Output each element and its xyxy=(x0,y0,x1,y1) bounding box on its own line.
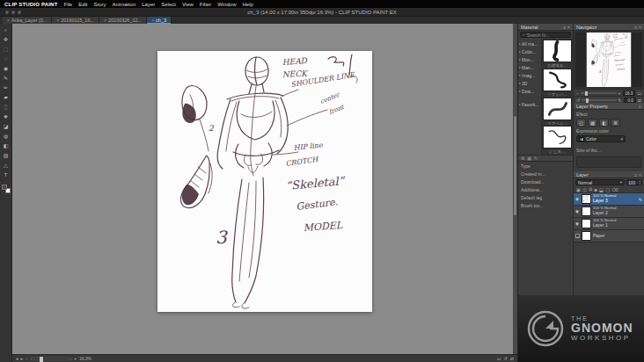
blend-mode-select[interactable]: Normal ▾ xyxy=(575,179,625,185)
menu-window[interactable]: Window xyxy=(217,2,236,7)
layer-property-panel-header[interactable]: Layer Property ≡ xyxy=(574,103,644,110)
material-item[interactable] xyxy=(543,69,572,91)
close-icon[interactable]: × xyxy=(151,18,154,23)
pen-tool[interactable]: ✎ xyxy=(2,75,10,82)
tree-item-image[interactable]: ▸Imag... xyxy=(518,71,541,79)
new-folder-icon[interactable]: ◫ xyxy=(582,187,587,192)
layer-row-paper[interactable]: ✓ Paper xyxy=(574,230,644,243)
material-item[interactable] xyxy=(543,98,572,120)
menu-filter[interactable]: Filter xyxy=(200,2,211,7)
filter-additional[interactable]: Additiona... xyxy=(521,187,570,192)
zoom-out-icon[interactable]: − xyxy=(26,356,28,361)
lasso-tool[interactable]: ◌ xyxy=(2,55,10,62)
eyedropper-tool[interactable]: ◉ xyxy=(2,65,10,72)
delete-layer-icon[interactable]: ⌫ xyxy=(612,187,618,192)
canvas-page[interactable] xyxy=(157,51,372,312)
fit-icon[interactable]: ▭ xyxy=(637,90,641,96)
material-item[interactable] xyxy=(543,126,572,148)
document-tab[interactable]: × 20160115_16... xyxy=(52,17,99,24)
tree-item-color[interactable]: ▸Color... xyxy=(518,47,541,55)
material-item[interactable] xyxy=(543,40,572,62)
selection-tool[interactable]: ⬚ xyxy=(2,46,10,53)
fit-view-icon[interactable]: ▭ xyxy=(497,356,501,361)
decoration-tool[interactable]: ❖ xyxy=(2,113,10,120)
figure-tool[interactable]: △ xyxy=(2,162,10,169)
menu-edit[interactable]: Edit xyxy=(78,2,87,7)
navigator-panel-header[interactable]: Navigator ≡ × xyxy=(574,24,644,31)
zoom-out-icon[interactable]: − xyxy=(576,90,579,96)
menu-view[interactable]: View xyxy=(182,2,194,7)
document-tab[interactable]: × Arika_Layer (0... xyxy=(3,17,52,24)
visibility-eye-icon[interactable]: ◉ xyxy=(575,197,580,201)
filter-type[interactable]: Type xyxy=(521,163,570,169)
tree-item-3d[interactable]: ▸3D xyxy=(518,79,541,87)
rotate-left-icon[interactable]: ↺ xyxy=(576,98,580,103)
paper-checkbox[interactable]: ✓ xyxy=(575,234,580,238)
panel-menu-icon[interactable]: ≡ xyxy=(563,25,566,30)
text-tool[interactable]: T xyxy=(2,171,10,178)
gradient-tool[interactable]: ▨ xyxy=(2,152,10,159)
document-tab-active[interactable]: × ch_3 xyxy=(147,17,172,24)
tone-effect-icon[interactable]: ▦ xyxy=(588,119,597,127)
layer-row-layer3[interactable]: ◉ 100 % Normal Layer 3 ✎ xyxy=(574,193,644,206)
filter-created-material[interactable]: Created m... xyxy=(521,171,570,177)
menu-select[interactable]: Select xyxy=(161,2,176,7)
blend-tool[interactable]: ◍ xyxy=(2,133,10,140)
layer-row-layer1[interactable]: ◉ 100 % Normal Layer 1 xyxy=(574,218,644,230)
panel-menu-icon[interactable]: ≡ xyxy=(634,172,637,177)
thumbnail-view-icon[interactable]: ▦ xyxy=(527,156,531,161)
move-tool[interactable]: ✥ xyxy=(2,36,10,43)
menu-animation[interactable]: Animation xyxy=(113,2,136,7)
close-icon[interactable]: × xyxy=(56,18,59,23)
panel-close-icon[interactable]: × xyxy=(567,25,570,30)
visibility-eye-icon[interactable]: ◉ xyxy=(575,221,580,226)
menu-help[interactable]: Help xyxy=(243,2,253,7)
material-search-input[interactable]: ⌕ Search fo... xyxy=(520,32,571,38)
layer-mask-icon[interactable]: ◙ xyxy=(595,187,597,192)
duplicate-layer-icon[interactable]: ⧉ xyxy=(589,186,592,192)
zoom-in-icon[interactable]: + xyxy=(74,356,77,361)
clear-layer-icon[interactable]: ▢ xyxy=(605,187,610,192)
prev-icon[interactable]: ◂ xyxy=(16,356,18,361)
opacity-input[interactable]: 100 ▴ ▾ xyxy=(626,179,642,185)
foreground-background-color-chips[interactable] xyxy=(2,185,11,193)
next-icon[interactable]: ▸ xyxy=(21,356,24,361)
ruler-icon[interactable]: ≣ xyxy=(611,119,620,127)
tree-item-favorites[interactable]: ▸Favorit... xyxy=(518,100,541,108)
panel-close-icon[interactable]: × xyxy=(639,25,641,30)
menu-story[interactable]: Story xyxy=(94,2,106,7)
pencil-tool[interactable]: ✏ xyxy=(2,84,10,91)
filter-brush-tool[interactable]: Brush too... xyxy=(521,203,570,208)
panel-menu-icon[interactable]: ≡ xyxy=(639,104,641,109)
eraser-tool[interactable]: ◪ xyxy=(2,123,10,130)
refresh-icon[interactable]: ↻ xyxy=(534,156,538,161)
menu-layer[interactable]: Layer xyxy=(142,2,155,7)
list-view-icon[interactable]: ≣ xyxy=(521,156,524,161)
flip-view-icon[interactable]: ⇄ xyxy=(510,356,514,361)
window-controls[interactable] xyxy=(5,11,21,14)
panel-close-icon[interactable]: × xyxy=(639,172,641,177)
zoom-tool[interactable]: ⌕ xyxy=(2,26,10,33)
merge-layer-icon[interactable]: ⬓ xyxy=(599,187,604,192)
fill-tool[interactable]: ◧ xyxy=(2,142,10,149)
filter-download[interactable]: Download... xyxy=(521,179,570,185)
border-effect-icon[interactable]: ◰ xyxy=(576,119,586,127)
zoom-slider[interactable] xyxy=(31,358,71,360)
airbrush-tool[interactable]: ░ xyxy=(2,104,10,111)
layer-color-icon[interactable]: ◧ xyxy=(599,119,609,127)
visibility-eye-icon[interactable]: ◉ xyxy=(575,209,580,214)
rotate-view-icon[interactable]: ↺ xyxy=(504,356,508,361)
rotate-right-icon[interactable]: ↻ xyxy=(618,98,622,103)
tree-item-monochrome[interactable]: ▸Mon... xyxy=(518,55,541,63)
layer-panel-header[interactable]: Layer ≡ × xyxy=(574,171,644,178)
layer-row-layer2[interactable]: ◉ 100 % Normal Layer 2 xyxy=(574,206,644,218)
navigator-thumbnail[interactable] xyxy=(574,31,644,89)
menu-file[interactable]: File xyxy=(64,2,73,7)
flip-icon[interactable]: ⇄ xyxy=(638,98,641,103)
panel-menu-icon[interactable]: ≡ xyxy=(634,25,637,30)
close-icon[interactable]: × xyxy=(7,18,10,23)
tree-item-all-materials[interactable]: ▸All ma... xyxy=(518,40,541,47)
canvas-area[interactable]: ◂ ▸ − + 16.3% ▭ ↺ ⇄ xyxy=(12,24,517,362)
filter-default-tag[interactable]: Default tag xyxy=(521,195,570,200)
navigator-zoom-slider[interactable] xyxy=(581,92,617,94)
